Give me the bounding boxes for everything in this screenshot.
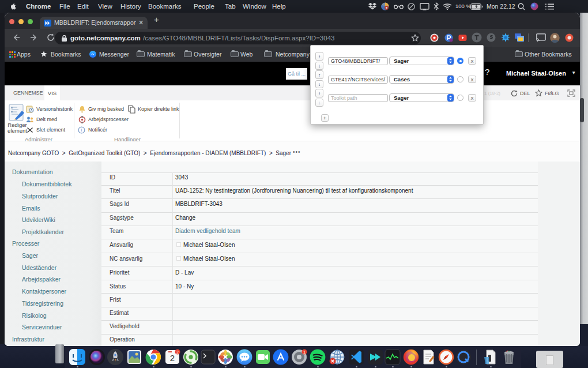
svg-text:2: 2 — [169, 353, 174, 363]
svg-text:i: i — [81, 127, 82, 133]
svg-text:1: 1 — [303, 350, 305, 355]
svg-text:2: 2 — [176, 350, 179, 354]
